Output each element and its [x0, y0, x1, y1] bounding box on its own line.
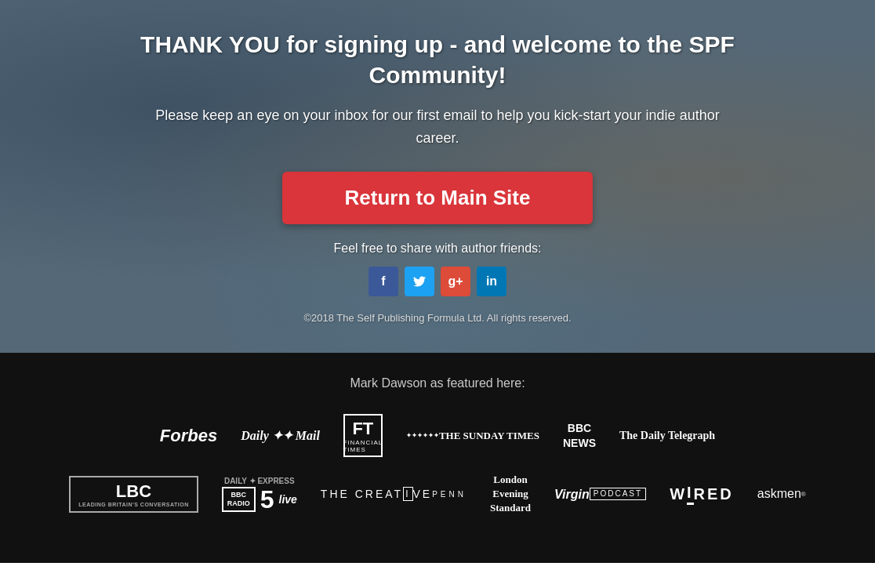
creative-penn-logo: the creative PENN — [321, 487, 467, 501]
social-share-buttons: f g+ in — [140, 267, 735, 296]
london-evening-standard-logo: LondonEveningStandard — [490, 473, 531, 516]
twitter-share-button[interactable] — [405, 267, 434, 296]
return-to-main-site-button[interactable]: Return to Main Site — [282, 172, 594, 224]
hero-section: THANK YOU for signing up - and welcome t… — [0, 0, 875, 353]
linkedin-share-button[interactable]: in — [477, 267, 506, 296]
virgin-podcast-logo: VirginPODCAST — [554, 487, 646, 502]
daily-mail-logo: Daily ✦✦ Mail — [241, 428, 320, 443]
hero-title: THANK YOU for signing up - and welcome t… — [140, 29, 735, 90]
logos-row-1: Forbes Daily ✦✦ Mail FT FINANCIALTIMES ✦… — [31, 414, 844, 457]
logos-row-2: LBC LEADING BRITAIN'S CONVERSATION DAILY… — [31, 473, 844, 516]
forbes-logo: Forbes — [160, 426, 217, 446]
daily-express-logo: DAILY ✦ EXPRESS BBCRADIO 5 live — [222, 477, 297, 512]
facebook-share-button[interactable]: f — [369, 267, 398, 296]
hero-content: THANK YOU for signing up - and welcome t… — [124, 29, 751, 324]
share-text: Feel free to share with author friends: — [140, 241, 735, 256]
hero-subtitle: Please keep an eye on your inbox for our… — [140, 104, 735, 150]
googleplus-share-button[interactable]: g+ — [441, 267, 470, 296]
bbc-news-logo: BBCNEWS — [563, 421, 596, 449]
wired-logo: WIRED — [670, 484, 734, 505]
askmen-logo: askmen® — [757, 487, 806, 501]
lbc-logo: LBC LEADING BRITAIN'S CONVERSATION — [69, 476, 198, 513]
financial-times-logo: FT FINANCIALTIMES — [343, 414, 383, 457]
featured-label: Mark Dawson as featured here: — [350, 376, 525, 390]
twitter-icon — [413, 276, 426, 287]
daily-telegraph-logo: The Daily Telegraph — [619, 430, 715, 442]
featured-section: Mark Dawson as featured here: Forbes Dai… — [0, 353, 875, 563]
sunday-times-logo: ✦✦✦✦✦✦ THE SUNDAY TIMES — [406, 430, 539, 442]
copyright-text: ©2018 The Self Publishing Formula Ltd. A… — [140, 312, 735, 324]
